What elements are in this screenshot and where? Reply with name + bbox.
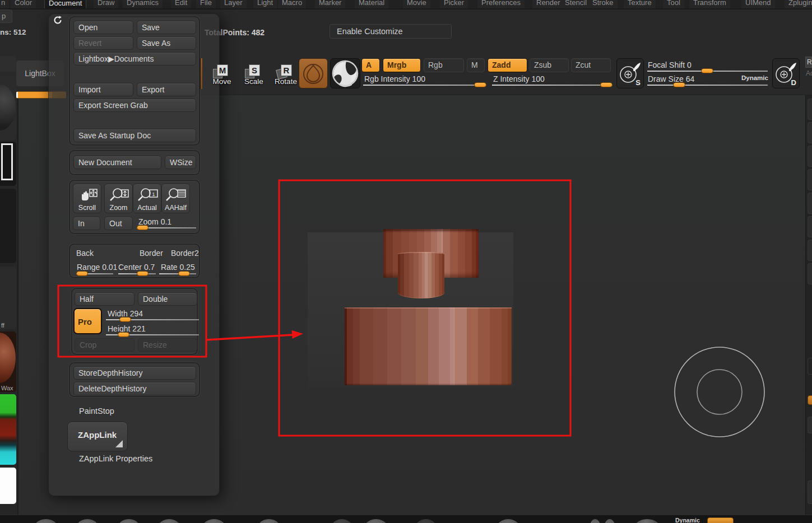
menu-n[interactable]: n: [0, 0, 9, 8]
back-button[interactable]: Back: [76, 249, 94, 258]
right-tray-button[interactable]: [808, 417, 812, 433]
right-tray-button[interactable]: [808, 146, 812, 167]
right-tray-button[interactable]: [808, 395, 812, 405]
right-tray-button[interactable]: [808, 99, 812, 120]
bottom-tray-brush-thumb[interactable]: [414, 519, 438, 523]
stroke-picker-button[interactable]: S: [616, 58, 644, 88]
save-as-startup-doc-button[interactable]: Save As Startup Doc: [73, 129, 196, 142]
texture-cell[interactable]: ff: [0, 267, 16, 329]
width-slider-handle[interactable]: [119, 317, 131, 322]
menu-transform[interactable]: Transform: [689, 0, 730, 8]
tray-cut-cell[interactable]: [0, 56, 16, 72]
aahalf-button[interactable]: AAHalf: [161, 184, 190, 213]
revert-button[interactable]: Revert: [73, 36, 133, 50]
toggle-A[interactable]: A: [361, 58, 380, 72]
menu-uimend[interactable]: UIMend: [741, 0, 775, 8]
half-button[interactable]: Half: [75, 292, 134, 306]
actual-button[interactable]: 1 Actual: [133, 184, 161, 213]
right-tray-button[interactable]: [808, 480, 812, 504]
depth-mask-button[interactable]: D: [772, 58, 800, 88]
pro-toggle[interactable]: Pro: [73, 308, 102, 334]
right-tray-button[interactable]: [808, 216, 812, 237]
wsize-button[interactable]: WSize: [165, 156, 196, 169]
rate-slider[interactable]: [159, 273, 196, 274]
menu-zplugin[interactable]: Zplugin: [785, 0, 812, 8]
enable-customize-button[interactable]: Enable Customize: [330, 24, 452, 39]
menu-picker[interactable]: Picker: [440, 0, 468, 8]
right-tray-button[interactable]: [808, 193, 812, 214]
store-depth-history-button[interactable]: StoreDepthHistory: [73, 366, 196, 380]
bottom-tray-brush-thumb[interactable]: [494, 519, 522, 523]
bottom-tray-brush-thumb[interactable]: [73, 519, 101, 523]
menu-preferences[interactable]: Preferences: [477, 0, 525, 8]
toggle-Rgb[interactable]: Rgb: [424, 58, 464, 72]
rate-slider-handle[interactable]: [178, 271, 190, 276]
toggle-Zadd[interactable]: Zadd: [488, 58, 527, 72]
height-slider-handle[interactable]: [118, 332, 129, 337]
bottom-tray-brush-thumb[interactable]: [603, 519, 616, 523]
bottom-tray-brush-thumb[interactable]: [633, 519, 662, 523]
open-button[interactable]: Open: [73, 21, 133, 34]
corner-cut-button[interactable]: p: [0, 10, 12, 23]
color-swatch-cell[interactable]: [0, 468, 16, 504]
menu-movie[interactable]: Movie: [403, 0, 430, 8]
rgb-intensity-handle[interactable]: [474, 82, 486, 87]
z-intensity-slider[interactable]: [492, 85, 613, 86]
color-picker-gradient[interactable]: [0, 394, 16, 465]
delete-depth-history-button[interactable]: DeleteDepthHistory: [73, 382, 196, 395]
lightbox-documents-button[interactable]: Lightbox▶Documents: [73, 52, 196, 66]
bottom-tray-brush-thumb[interactable]: [115, 519, 142, 523]
resize-button[interactable]: Resize: [138, 338, 197, 352]
bottom-tray-brush-thumb[interactable]: [361, 519, 391, 523]
menu-layer[interactable]: Layer: [220, 0, 247, 8]
paintstop-item[interactable]: PaintStop: [79, 407, 114, 415]
restore-config-icon[interactable]: [53, 15, 63, 25]
rgb-intensity-slider[interactable]: [363, 85, 486, 86]
bottom-tray-brush-thumb[interactable]: [31, 519, 61, 523]
menu-light[interactable]: Light: [253, 0, 277, 8]
double-button[interactable]: Double: [138, 292, 197, 306]
bottom-tray-brush-thumb[interactable]: [155, 519, 183, 523]
menu-stroke[interactable]: Stroke: [588, 0, 618, 8]
zoom-slider-handle[interactable]: [137, 225, 149, 230]
alpha-cell[interactable]: [0, 142, 16, 186]
center-slider-handle[interactable]: [137, 271, 149, 276]
bottom-tray-brush-thumb[interactable]: [330, 519, 354, 523]
bottom-tray-brush-thumb[interactable]: [199, 519, 229, 523]
menu-tool[interactable]: Tool: [663, 0, 684, 8]
menu-edit[interactable]: Edit: [171, 0, 191, 8]
new-document-button[interactable]: New Document: [73, 156, 161, 169]
current-brush-button[interactable]: [299, 58, 328, 88]
menu-document[interactable]: Document: [44, 0, 86, 8]
border-button[interactable]: Border: [140, 249, 163, 258]
right-tray-button[interactable]: [808, 169, 812, 190]
export-screen-grab-button[interactable]: Export Screen Grab: [73, 99, 196, 112]
zoom-in-button[interactable]: In: [73, 217, 100, 230]
right-cut-button[interactable]: Re: [805, 57, 812, 68]
menu-material[interactable]: Material: [355, 0, 388, 8]
right-tray-button[interactable]: [808, 358, 812, 375]
toggle-Zcut[interactable]: Zcut: [571, 58, 611, 72]
menu-marker[interactable]: Marker: [315, 0, 345, 8]
toggle-M[interactable]: M: [467, 58, 485, 72]
range-slider-handle[interactable]: [76, 271, 88, 276]
export-button[interactable]: Export: [137, 83, 196, 96]
menu-color[interactable]: Color: [11, 0, 36, 8]
menu-draw[interactable]: Draw: [94, 0, 118, 8]
zoom-out-button[interactable]: Out: [104, 217, 133, 230]
draw-size-handle[interactable]: [673, 82, 685, 87]
scroll-button[interactable]: Scroll: [73, 184, 101, 213]
material-cell[interactable]: Wax: [0, 331, 16, 392]
toggle-Zsub[interactable]: Zsub: [530, 58, 569, 72]
save-as-button[interactable]: Save As: [137, 36, 196, 50]
menu-stencil[interactable]: Stencil: [561, 0, 591, 8]
save-button[interactable]: Save: [137, 21, 196, 34]
z-intensity-handle[interactable]: [600, 82, 613, 87]
zapplink-button[interactable]: ZAppLink: [67, 422, 128, 451]
menu-dynamics[interactable]: Dynamics: [123, 0, 163, 8]
draw-size-slider[interactable]: [647, 85, 768, 86]
right-tray-button[interactable]: [808, 240, 812, 261]
right-tray-button[interactable]: [808, 263, 812, 284]
zoom-button[interactable]: Zoom: [104, 184, 133, 213]
move-button[interactable]: M Move: [213, 64, 247, 96]
